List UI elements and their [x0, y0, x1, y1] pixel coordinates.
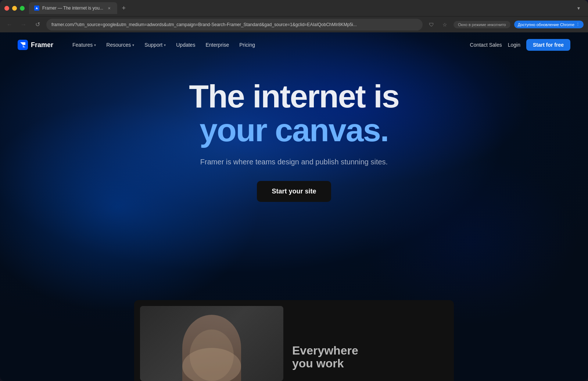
- video-illustration: [175, 322, 248, 381]
- tab-title: Framer — The internet is you...: [42, 6, 103, 11]
- incognito-notice: Окно в режиме инкогнито: [453, 21, 510, 28]
- tab-close-button[interactable]: ✕: [106, 5, 112, 11]
- title-bar: Framer — The internet is you... ✕ + ▾: [0, 0, 588, 16]
- preview-text-line2: you work: [292, 357, 344, 370]
- framer-logo-icon: [18, 40, 28, 50]
- address-bar-row: ← → ↺ 🛡 ☆ Окно в режиме инкогнито Доступ…: [0, 16, 588, 32]
- update-text: Доступно обновление Chrome: [518, 22, 574, 27]
- update-menu-icon: ⋮: [576, 22, 580, 27]
- brand-name: Framer: [31, 41, 53, 49]
- hero-title-line2: your canvas.: [200, 112, 388, 148]
- nav-enterprise[interactable]: Enterprise: [201, 40, 233, 50]
- hero-subtitle: Framer is where teams design and publish…: [7, 158, 581, 166]
- start-site-button[interactable]: Start your site: [257, 181, 331, 202]
- close-button[interactable]: [4, 6, 9, 11]
- start-free-button[interactable]: Start for free: [526, 39, 570, 51]
- new-tab-button[interactable]: +: [119, 3, 129, 13]
- support-chevron-icon: ▾: [164, 43, 166, 47]
- monitor-text-area: Everywhere you work: [283, 300, 454, 381]
- svg-point-2: [190, 330, 234, 381]
- minimize-button[interactable]: [12, 6, 17, 11]
- preview-text: Everywhere you work: [292, 344, 445, 370]
- monitor-frame: Everywhere you work: [134, 300, 454, 381]
- star-icon[interactable]: ☆: [440, 19, 450, 30]
- monitor-video-area: [140, 306, 283, 381]
- address-input[interactable]: [46, 19, 423, 31]
- video-thumbnail: [140, 306, 283, 381]
- window-expand-button[interactable]: ▾: [573, 3, 584, 13]
- update-notice[interactable]: Доступно обновление Chrome ⋮: [514, 21, 584, 28]
- hero-title-line1: The internet is: [189, 78, 399, 114]
- monitor-inner: Everywhere you work: [134, 300, 454, 381]
- maximize-button[interactable]: [20, 6, 25, 11]
- nav-features[interactable]: Features ▾: [68, 40, 100, 50]
- nav-pricing[interactable]: Pricing: [235, 40, 259, 50]
- back-button[interactable]: ←: [4, 19, 15, 30]
- forward-button[interactable]: →: [18, 19, 29, 30]
- address-icons: 🛡 ☆: [426, 19, 450, 30]
- nav-updates[interactable]: Updates: [172, 40, 200, 50]
- tab-bar: Framer — The internet is you... ✕ +: [29, 2, 573, 14]
- site-nav-actions: Contact Sales Login Start for free: [470, 39, 570, 51]
- preview-text-line1: Everywhere: [292, 344, 358, 357]
- resources-chevron-icon: ▾: [132, 43, 134, 47]
- contact-sales-link[interactable]: Contact Sales: [470, 42, 502, 48]
- nav-resources[interactable]: Resources ▾: [102, 40, 139, 50]
- site-nav-links: Features ▾ Resources ▾ Support ▾ Updates…: [68, 40, 470, 50]
- hero-title: The internet is your canvas.: [7, 79, 581, 147]
- tab-favicon: [34, 6, 39, 11]
- reload-button[interactable]: ↺: [32, 19, 43, 30]
- site-content: Framer Features ▾ Resources ▾ Support ▾ …: [0, 32, 588, 381]
- site-nav: Framer Features ▾ Resources ▾ Support ▾ …: [0, 32, 588, 57]
- shield-icon[interactable]: 🛡: [426, 19, 437, 30]
- preview-section: Everywhere you work: [134, 300, 454, 381]
- hero-content: The internet is your canvas. Framer is w…: [0, 57, 588, 220]
- nav-support[interactable]: Support ▾: [140, 40, 170, 50]
- window-controls: [4, 6, 25, 11]
- site-logo[interactable]: Framer: [18, 40, 53, 50]
- features-chevron-icon: ▾: [94, 43, 96, 47]
- active-tab[interactable]: Framer — The internet is you... ✕: [29, 2, 117, 14]
- login-link[interactable]: Login: [508, 42, 520, 48]
